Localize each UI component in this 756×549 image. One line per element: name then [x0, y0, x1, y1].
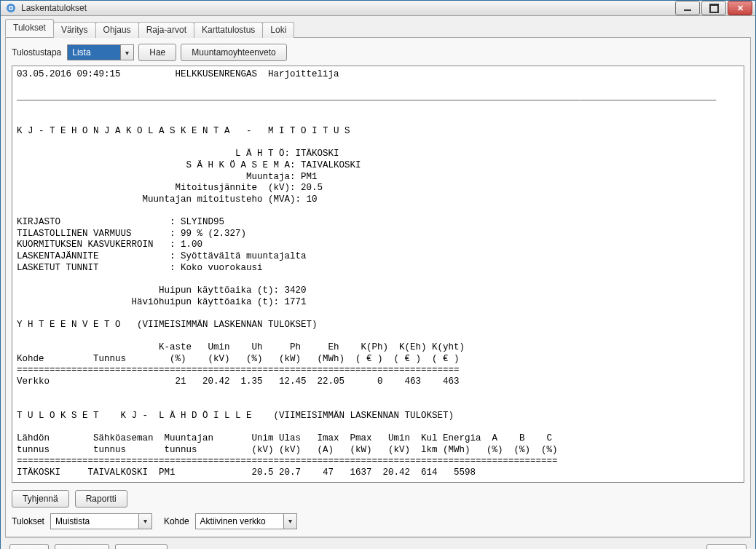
ohje-button[interactable]: Ohje [706, 544, 747, 550]
tulokset-label: Tulokset [12, 516, 44, 526]
svg-point-2 [10, 7, 12, 9]
window-buttons [675, 1, 752, 15]
tulostustapa-combo[interactable]: Lista [67, 44, 134, 60]
chevron-down-icon[interactable] [283, 514, 296, 529]
panel-bottom: Tyhjennä Raportti Tulokset Muistista Koh… [12, 490, 744, 529]
chevron-down-icon[interactable] [138, 514, 151, 529]
tulostustapa-value: Lista [68, 45, 120, 60]
muuntamoyhteenveto-button[interactable]: Muuntamoyhteenveto [181, 44, 286, 61]
titlebar: Laskentatulokset [1, 1, 755, 16]
tab-karttatulostus[interactable]: Karttatulostus [194, 22, 263, 38]
tab-tulokset[interactable]: Tulokset [5, 19, 54, 37]
tulokset-combo[interactable]: Muistista [50, 513, 152, 529]
report-textarea[interactable]: 03.05.2016 09:49:15 HELKKUSENRENGAS Harj… [12, 66, 744, 482]
toolbar-top: Tulostustapa Lista Hae Muuntamoyhteenvet… [12, 44, 744, 61]
maximize-button[interactable] [701, 1, 726, 15]
tulokset-value: Muistista [51, 514, 138, 529]
tulostustapa-label: Tulostustapa [12, 47, 61, 58]
app-icon [5, 2, 17, 14]
tab-strip: Tulokset Väritys Ohjaus Raja-arvot Kartt… [5, 19, 751, 37]
tab-raja-arvot[interactable]: Raja-arvot [138, 22, 194, 38]
hae-button[interactable]: Hae [138, 44, 176, 61]
client-area: Tulokset Väritys Ohjaus Raja-arvot Kartt… [1, 16, 755, 549]
report-container: 03.05.2016 09:49:15 HELKKUSENRENGAS Harj… [12, 66, 744, 483]
tyhjenna-button[interactable]: Tyhjennä [12, 490, 69, 507]
ok-button[interactable]: OK [9, 544, 49, 550]
peruuta-button[interactable]: Peruuta [115, 544, 168, 550]
dialog-footer: OK Hyväksy Peruuta Ohje [5, 537, 751, 550]
hyvaksy-button[interactable]: Hyväksy [55, 544, 109, 550]
app-window: Laskentatulokset Tulokset Väritys Ohjaus… [0, 0, 756, 549]
kohde-value: Aktiivinen verkko [196, 514, 283, 529]
kohde-combo[interactable]: Aktiivinen verkko [195, 513, 297, 529]
raportti-button[interactable]: Raportti [75, 490, 127, 507]
tab-panel-tulokset: Tulostustapa Lista Hae Muuntamoyhteenvet… [5, 37, 751, 537]
kohde-label: Kohde [164, 516, 189, 526]
minimize-button[interactable] [675, 1, 700, 15]
tab-varitys[interactable]: Väritys [53, 22, 96, 38]
window-title: Laskentatulokset [21, 3, 675, 13]
close-button[interactable] [728, 1, 752, 15]
tab-loki[interactable]: Loki [262, 22, 294, 38]
tab-ohjaus[interactable]: Ohjaus [95, 22, 139, 38]
chevron-down-icon[interactable] [120, 45, 133, 60]
